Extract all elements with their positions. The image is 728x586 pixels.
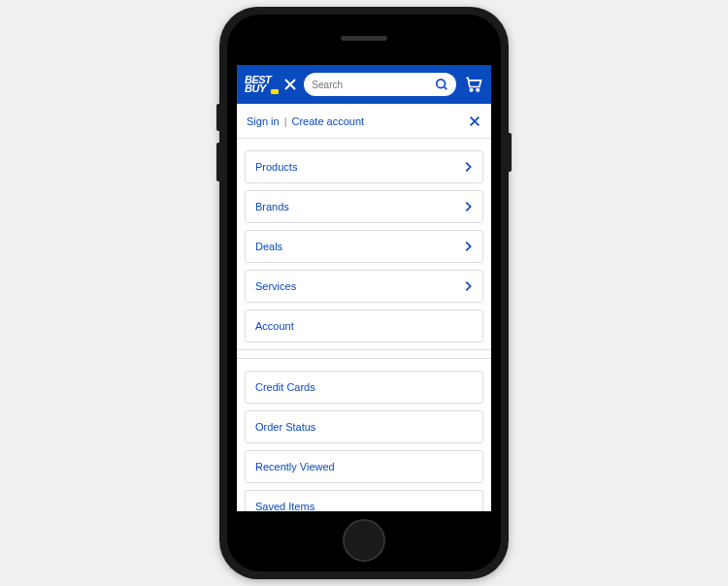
menu-item-credit-cards[interactable]: Credit Cards — [245, 371, 483, 404]
home-button[interactable] — [343, 519, 385, 562]
bestbuy-logo[interactable]: BEST BUY — [245, 76, 271, 94]
menu-item-account[interactable]: Account — [245, 309, 483, 342]
search-icon[interactable] — [435, 78, 448, 91]
auth-separator: | — [284, 115, 287, 127]
menu-item-services[interactable]: Services — [245, 270, 483, 303]
cart-icon[interactable] — [464, 75, 483, 94]
search-bar[interactable] — [304, 73, 456, 96]
phone-inner: BEST BUY Sign in — [227, 15, 501, 571]
screen: BEST BUY Sign in — [237, 65, 491, 511]
menu-container: ProductsBrandsDealsServicesAccount Credi… — [237, 139, 491, 511]
phone-frame: BEST BUY Sign in — [219, 7, 509, 579]
menu-item-recently-viewed[interactable]: Recently Viewed — [245, 450, 483, 483]
sign-in-link[interactable]: Sign in — [247, 115, 280, 127]
close-icon[interactable] — [468, 114, 481, 128]
menu-item-label: Products — [255, 161, 297, 173]
chevron-right-icon — [463, 279, 473, 293]
search-input[interactable] — [312, 80, 435, 90]
logo-tag-icon — [271, 89, 279, 94]
section-divider — [237, 358, 491, 359]
menu-item-order-status[interactable]: Order Status — [245, 410, 483, 443]
menu-item-label: Account — [255, 320, 294, 332]
menu-item-label: Recently Viewed — [255, 461, 335, 472]
chevron-right-icon — [463, 240, 473, 253]
menu-item-deals[interactable]: Deals — [245, 230, 483, 263]
phone-side-button — [216, 104, 219, 131]
logo-text-2: BUY — [245, 84, 271, 93]
phone-speaker — [341, 36, 387, 41]
menu-item-label: Brands — [255, 201, 289, 212]
menu-item-label: Credit Cards — [255, 381, 315, 393]
chevron-right-icon — [463, 160, 473, 174]
section-divider — [237, 349, 491, 350]
menu-item-label: Order Status — [255, 421, 315, 433]
menu-item-products[interactable]: Products — [245, 150, 483, 183]
svg-point-0 — [437, 80, 446, 88]
svg-point-1 — [471, 89, 474, 92]
chevron-right-icon — [463, 200, 473, 213]
phone-side-button — [216, 143, 219, 181]
menu-close-icon[interactable] — [282, 77, 298, 92]
menu-item-label: Deals — [255, 241, 282, 252]
app-header: BEST BUY — [237, 65, 491, 104]
menu-item-label: Services — [255, 280, 296, 292]
auth-bar: Sign in | Create account — [237, 104, 491, 139]
menu-item-saved-items[interactable]: Saved Items — [245, 490, 483, 511]
create-account-link[interactable]: Create account — [292, 115, 365, 127]
svg-point-2 — [477, 89, 480, 92]
phone-side-button — [509, 133, 512, 172]
menu-item-brands[interactable]: Brands — [245, 190, 483, 223]
menu-item-label: Saved Items — [255, 501, 314, 511]
